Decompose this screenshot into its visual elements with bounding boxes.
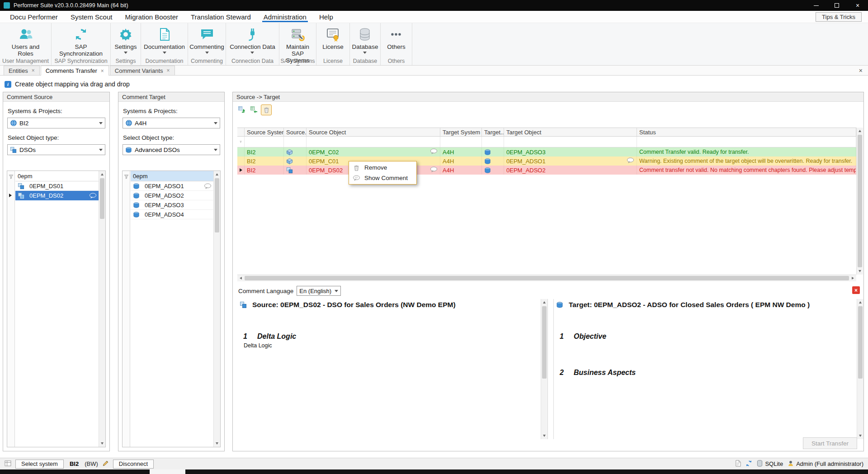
source-list-scrollbar[interactable] (99, 171, 105, 447)
tab-comment-variants[interactable]: Comment Variants × (110, 66, 175, 75)
scroll-thumb[interactable] (245, 276, 849, 280)
scroll-up-icon[interactable] (857, 299, 863, 306)
transfer-selected-button[interactable] (236, 104, 247, 115)
scroll-thumb[interactable] (215, 178, 219, 232)
database-indicator[interactable]: SQLite (757, 460, 783, 468)
filter-icon[interactable] (9, 174, 14, 180)
context-menu-item-remove[interactable]: Remove (350, 162, 415, 173)
start-transfer-button[interactable]: Start Transfer (803, 437, 857, 449)
menu-item-translation-steward[interactable]: Translation Steward (184, 11, 257, 23)
connection-data-button[interactable]: Connection Data (228, 25, 277, 55)
list-item[interactable]: 0EPM_ADSO4 (131, 210, 213, 219)
target-preview-scrollbar[interactable] (857, 299, 863, 439)
maximize-button[interactable] (826, 0, 847, 11)
menu-item-help[interactable]: Help (313, 11, 340, 23)
scroll-right-icon[interactable] (849, 275, 856, 281)
dropdown-arrow-icon[interactable] (212, 145, 220, 155)
column-header-target-object[interactable]: Target Object (504, 128, 637, 136)
settings-button[interactable]: Settings (113, 25, 139, 55)
commenting-button[interactable]: Commenting (188, 25, 226, 55)
refresh-icon[interactable] (745, 460, 752, 468)
column-header-target-system[interactable]: Target System (440, 128, 482, 136)
target-filter-row[interactable]: 0epm (131, 171, 213, 181)
target-object-type-select[interactable]: Advanced DSOs (123, 144, 220, 155)
scroll-down-icon[interactable] (214, 440, 220, 447)
target-system-select[interactable]: A4H (123, 118, 220, 128)
source-object-type-select[interactable]: DSOs (7, 144, 105, 155)
source-preview-scrollbar[interactable] (541, 299, 547, 439)
report-icon[interactable] (735, 460, 741, 468)
sap-synchronization-button[interactable]: SAP Synchronization (55, 25, 107, 58)
tab-close-icon[interactable]: × (167, 67, 170, 74)
mapping-row-valid[interactable]: BI2 0EPM_C02 A4H 0EPM_AD (237, 147, 856, 156)
filter-icon[interactable] (124, 174, 129, 180)
menu-item-migration-booster[interactable]: Migration Booster (118, 11, 184, 23)
column-header-status[interactable]: Status (637, 128, 856, 136)
minimize-button[interactable] (806, 0, 826, 11)
source-filter-row[interactable]: 0epm (15, 171, 99, 181)
scroll-up-icon[interactable] (857, 128, 863, 134)
scroll-down-icon[interactable] (541, 432, 547, 439)
scroll-thumb[interactable] (858, 306, 863, 379)
disconnect-button[interactable]: Disconnect (113, 460, 154, 469)
scroll-up-icon[interactable] (214, 171, 220, 178)
filter-cell[interactable] (637, 137, 856, 147)
scroll-up-icon[interactable] (541, 299, 547, 306)
documentation-button[interactable]: Documentation (142, 25, 187, 55)
scroll-left-icon[interactable] (237, 275, 244, 281)
comment-language-select[interactable]: En (English) (297, 286, 341, 296)
filter-cell[interactable] (504, 137, 637, 147)
transfer-all-button[interactable] (249, 104, 259, 115)
grid-vertical-scrollbar[interactable] (856, 128, 863, 275)
tab-entities[interactable]: Entities × (4, 66, 40, 75)
list-item[interactable]: 0EPM_ADSO1 (131, 181, 213, 191)
column-header-source-type[interactable]: Source... (284, 128, 307, 136)
column-header-target-type[interactable]: Target... (482, 128, 504, 136)
preview-splitter[interactable] (547, 299, 554, 439)
scroll-up-icon[interactable] (99, 171, 105, 178)
filter-cell[interactable] (440, 137, 482, 147)
scroll-down-icon[interactable] (857, 268, 863, 275)
tab-close-icon[interactable]: × (32, 67, 35, 74)
filter-cell[interactable] (307, 137, 440, 147)
users-and-roles-button[interactable]: Users and Roles (9, 25, 42, 58)
user-indicator[interactable]: Admin (Full administrator) (788, 460, 863, 468)
scroll-thumb[interactable] (858, 135, 862, 267)
others-button[interactable]: Others (385, 25, 407, 51)
list-item[interactable]: 0EPM_DS01 (15, 181, 99, 191)
dropdown-arrow-icon[interactable] (332, 286, 340, 295)
scroll-down-icon[interactable] (857, 432, 863, 439)
mapping-row-error[interactable]: BI2 0EPM_DS02 A4H 0EPM_A (237, 166, 856, 175)
column-header-source-object[interactable]: Source Object (307, 128, 440, 136)
target-list-scrollbar[interactable] (213, 171, 220, 447)
tab-close-icon[interactable]: × (101, 68, 104, 74)
menu-item-system-scout[interactable]: System Scout (64, 11, 119, 23)
scroll-down-icon[interactable] (99, 440, 105, 447)
filter-cell[interactable] (245, 137, 284, 147)
column-header-source-system[interactable]: Source System (245, 128, 284, 136)
dropdown-arrow-icon[interactable] (212, 118, 220, 128)
tab-comments-transfer[interactable]: Comments Transfer × (41, 66, 109, 76)
filter-cell[interactable] (284, 137, 307, 147)
menu-item-administration[interactable]: Administration (257, 11, 313, 23)
context-menu-item-show-comment[interactable]: Show Comment (350, 173, 415, 183)
database-button[interactable]: Database (350, 25, 380, 55)
edit-system-icon[interactable] (102, 460, 109, 468)
tips-and-tricks-button[interactable]: Tips & Tricks (816, 12, 862, 22)
source-system-select[interactable]: BI2 (7, 118, 105, 128)
select-system-button[interactable]: Select system (15, 460, 64, 469)
dropdown-arrow-icon[interactable] (97, 118, 105, 128)
scroll-thumb[interactable] (542, 306, 547, 379)
scroll-thumb[interactable] (100, 178, 104, 219)
list-item-selected[interactable]: 0EPM_DS02 (15, 191, 99, 200)
grid-filter-row[interactable] (237, 137, 856, 147)
close-all-tabs-icon[interactable]: × (859, 67, 863, 74)
list-item[interactable]: 0EPM_ADSO3 (131, 200, 213, 210)
close-button[interactable]: × (847, 0, 868, 11)
mapping-row-warning[interactable]: BI2 0EPM_C01 A4H 0EPM_ADSO1 (237, 156, 856, 166)
remove-mapping-button[interactable] (261, 104, 272, 115)
close-preview-button[interactable]: × (852, 286, 860, 294)
filter-cell[interactable] (482, 137, 504, 147)
license-button[interactable]: License (321, 25, 345, 51)
menu-item-docu-performer[interactable]: Docu Performer (4, 11, 64, 23)
